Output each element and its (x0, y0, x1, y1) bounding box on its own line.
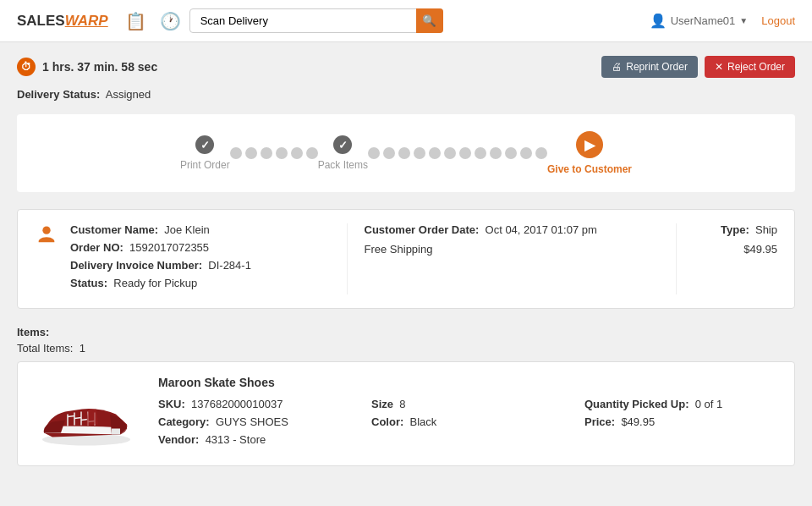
mini-dot (444, 147, 456, 159)
printer-icon: 🖨 (612, 61, 622, 73)
delivery-status-value: Assigned (106, 88, 151, 101)
item-col-main: SKU: 137682000010037 Category: GUYS SHOE… (158, 398, 354, 451)
vendor-label: Vendor: (158, 433, 199, 446)
status-label: Status: (70, 277, 107, 289)
search-input[interactable] (189, 8, 443, 33)
category-label: Category: (158, 415, 210, 428)
mini-dot (261, 147, 272, 159)
logo: SALESWARP (17, 13, 108, 30)
username-label: UserName01 (671, 14, 736, 27)
item-vendor-row: Vendor: 4313 - Store (158, 433, 354, 446)
search-button[interactable]: 🔍 (416, 8, 443, 33)
mini-dot (276, 147, 288, 159)
color-label: Color: (371, 415, 403, 428)
order-date-row: Customer Order Date: Oct 04, 2017 01:07 … (365, 223, 660, 236)
vendor-value: 4313 - Store (206, 433, 266, 446)
qty-value: 0 of 1 (695, 398, 723, 410)
item-color-row: Color: Black (371, 415, 568, 428)
type-row: Type: Ship (694, 223, 777, 236)
action-buttons: 🖨 Reprint Order ✕ Reject Order (601, 56, 795, 78)
logo-sales: SALES (17, 13, 65, 30)
items-label: Items: (17, 326, 49, 338)
user-icon: 👤 (650, 13, 667, 29)
item-name: Maroon Skate Shoes (158, 376, 781, 389)
order-date-label: Customer Order Date: (365, 223, 480, 236)
step-print-order: ✓ Print Order (180, 135, 230, 171)
shoe-image-svg (36, 380, 137, 448)
info-card-middle: Customer Order Date: Oct 04, 2017 01:07 … (347, 223, 660, 294)
mini-dot (398, 147, 410, 159)
mini-dot (520, 147, 532, 159)
step-give-to-customer-dot: ▶ (576, 131, 603, 158)
order-date-value: Oct 04, 2017 01:07 pm (486, 223, 597, 236)
user-dropdown-icon: ▼ (739, 16, 748, 25)
step-pack-items-label: Pack Items (318, 159, 368, 171)
item-price-row: Price: $49.95 (584, 415, 781, 428)
mini-dot (414, 147, 425, 159)
customer-details: Customer Name: Joe Klein Order NO: 15920… (70, 223, 330, 294)
mini-dot (459, 147, 471, 159)
price-value: $49.95 (621, 415, 655, 428)
mini-dot (505, 147, 517, 159)
invoice-value: DI-284-1 (208, 259, 251, 272)
logo-warp: WARP (65, 13, 108, 30)
item-size-row: Size 8 (371, 398, 568, 410)
header: SALESWARP 📋 🕐 🔍 👤 UserName01 ▼ Logout (0, 0, 812, 42)
color-value: Black (410, 415, 437, 428)
mini-dot (429, 147, 441, 159)
item-category-row: Category: GUYS SHOES (158, 415, 354, 428)
svg-point-0 (42, 227, 50, 234)
invoice-label: Delivery Invoice Number: (70, 259, 202, 272)
order-no-row: Order NO: 1592017072355 (70, 241, 330, 254)
header-right: 👤 UserName01 ▼ Logout (650, 13, 795, 29)
search-bar-container: 🔍 (189, 8, 443, 33)
delivery-status-label: Delivery Status: (17, 88, 100, 101)
type-label: Type: (721, 223, 749, 236)
info-card-right: Type: Ship $49.95 (676, 223, 777, 294)
timer-bar: ⏱ 1 hrs. 37 min. 58 sec 🖨 Reprint Order … (17, 56, 795, 78)
mini-dot (245, 147, 257, 159)
item-sku-row: SKU: 137682000010037 (158, 398, 354, 410)
search-icon: 🔍 (422, 14, 436, 27)
mini-dot (490, 147, 502, 159)
user-info[interactable]: 👤 UserName01 ▼ (650, 13, 749, 29)
clipboard-icon[interactable]: 📋 (125, 11, 146, 31)
logout-button[interactable]: Logout (761, 14, 795, 27)
sku-value: 137682000010037 (191, 398, 283, 410)
total-items-row: Total Items: 1 (17, 342, 795, 355)
dots-1-2 (230, 147, 318, 159)
timer: ⏱ 1 hrs. 37 min. 58 sec (17, 58, 157, 76)
status-row: Status: Ready for Pickup (70, 277, 330, 289)
order-no-value: 1592017072355 (129, 241, 209, 254)
shipping-price-value: $49.95 (694, 243, 777, 256)
reprint-order-button[interactable]: 🖨 Reprint Order (601, 56, 698, 78)
size-value: 8 (399, 398, 405, 410)
customer-info-card: Customer Name: Joe Klein Order NO: 15920… (17, 209, 795, 309)
mini-dot (368, 147, 380, 159)
total-items-label: Total Items: (17, 342, 73, 355)
step-pack-items: ✓ Pack Items (318, 135, 368, 171)
mini-dot (291, 147, 303, 159)
items-section: Items: Total Items: 1 (17, 326, 795, 466)
customer-icon (35, 223, 60, 249)
sku-label: SKU: (158, 398, 185, 410)
step-give-to-customer-label: Give to Customer (547, 163, 632, 175)
type-value: Ship (755, 223, 777, 236)
customer-name-value: Joe Klein (164, 223, 209, 236)
item-col-qty-price: Quantity Picked Up: 0 of 1 Price: $49.95 (584, 398, 781, 451)
mini-dot (306, 147, 318, 159)
reject-order-button[interactable]: ✕ Reject Order (705, 56, 795, 78)
total-items-value: 1 (80, 342, 85, 355)
steps-container: ✓ Print Order ✓ Pack Items (17, 114, 795, 192)
dots-2-3 (368, 147, 547, 159)
timer-icon: ⏱ (17, 58, 36, 76)
status-value: Ready for Pickup (113, 277, 197, 289)
step-print-order-dot: ✓ (195, 135, 214, 154)
mini-dot (535, 147, 547, 159)
history-icon[interactable]: 🕐 (160, 11, 181, 31)
mini-dot (475, 147, 486, 159)
main-content: ⏱ 1 hrs. 37 min. 58 sec 🖨 Reprint Order … (0, 42, 812, 497)
shipping-label: Free Shipping (365, 243, 433, 256)
size-label: Size (371, 398, 393, 410)
price-label: Price: (584, 415, 615, 428)
